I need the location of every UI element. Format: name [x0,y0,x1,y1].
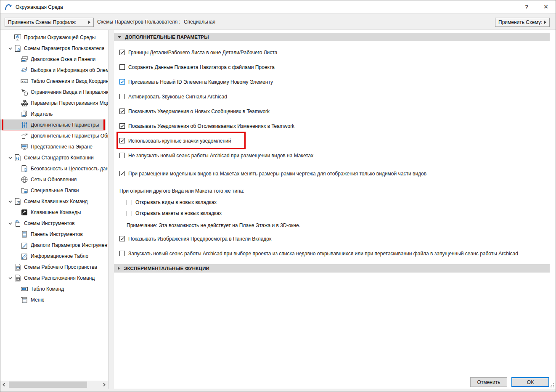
chevron-down-icon[interactable] [7,45,13,51]
section-header-experimental-functions[interactable]: ЭКСПЕРИМЕНТАЛЬНЫЕ ФУНКЦИИ [114,264,550,273]
sidebar-item-label: Параметры Перестраивания Моде. [31,100,108,106]
sidebar-item[interactable]: Схемы Клавишных Команд [0,196,108,207]
sidebar-item-label: Схемы Клавишных Команд [24,199,88,204]
apply-profile-schemes-button[interactable]: Применить Схемы Профиля: [5,18,94,27]
globe-icon [21,176,28,183]
checkbox-label[interactable]: Активировать Звуковые Сигналы Archicad [128,94,227,100]
sidebar-item[interactable]: Панель Инструментов [0,229,108,240]
sidebar-item[interactable]: Схемы Параметров Пользователя [0,43,108,54]
sidebar-item[interactable]: iИнформационное Табло [0,251,108,262]
sidebar-main-divider [109,30,114,389]
sidebar-item[interactable]: Сеть и Обновления [0,174,108,185]
checkbox-label[interactable]: Присваивать Новый ID Элемента Каждому Но… [128,79,273,85]
scroll-left-icon[interactable] [0,381,8,388]
ok-button[interactable]: ОК [511,377,549,387]
resize-grip[interactable] [549,382,554,387]
sidebar-horizontal-scrollbar[interactable] [0,381,108,389]
chevron-down-icon[interactable] [7,199,13,204]
sidebar-item-label: Схемы Параметров Пользователя [24,45,104,51]
checkbox-label[interactable]: Открывать виды в новых вкладках [135,199,217,205]
xyz-icon: XYZ [21,77,28,85]
section-header-additional-parameters[interactable]: ДОПОЛНИТЕЛЬНЫЕ ПАРАМЕТРЫ [114,33,550,41]
checkbox-label[interactable]: Запускать новый сеанс работы Archicad пр… [128,251,518,257]
sidebar-item[interactable]: Схемы Расположения Команд [0,273,108,283]
work-environment-dialog: Окружающая Среда ? × Применить Схемы Про… [0,0,556,392]
checkbox-row: Активировать Звуковые Сигналы Archicad [119,89,550,104]
sidebar-item-label: Специальные Папки [31,188,79,193]
checkbox[interactable] [119,153,125,158]
sidebar-item[interactable]: Дополнительные Параметры [0,119,106,130]
checkbox[interactable] [119,64,125,70]
checkbox-label[interactable]: Показывать Уведомления об Отслеживаемых … [128,123,294,129]
titlebar: Окружающая Среда ? × [0,0,556,14]
chevron-down-icon[interactable] [7,155,13,161]
main-panel: ДОПОЛНИТЕЛЬНЫЕ ПАРАМЕТРЫ Границы Детали/… [114,33,550,273]
sidebar-item[interactable]: Схемы Рабочего Пространства [0,262,108,273]
checkbox-label[interactable]: Границы Детали/Рабочего Листа в окне Дет… [128,50,277,56]
chevron-down-icon[interactable] [7,220,13,226]
menu-icon [21,296,28,304]
checkbox-label[interactable]: Показывать Изображения Предпросмотра в П… [128,236,271,242]
sidebar-item[interactable]: Профили Окружающей Среды [0,32,108,43]
sidebar-item-label: Схемы Стандартов Компании [24,155,94,161]
sidebar-item-label: Информационное Табло [31,253,88,259]
sidebar-item-label: Табло Слежения и Ввод Координат [31,78,108,84]
sidebar-item[interactable]: Безопасность и Целостность данны [0,163,108,174]
sidebar-item[interactable]: Клавишные Команды [0,207,108,218]
checkbox-label[interactable]: Использовать крупные значки уведомлений [128,138,231,144]
checkbox-label[interactable]: Сохранять Данные Планшета Навигатора с ф… [128,64,275,70]
checkbox[interactable] [119,123,125,129]
checkbox[interactable] [119,138,125,143]
cursor-mouse-icon [21,88,28,96]
checkbox-row: При размещении модельных видов на Макета… [119,166,550,181]
checkbox[interactable] [127,200,132,205]
scheme-user-icon [14,45,21,52]
checkbox[interactable] [119,236,125,241]
sidebar-item[interactable]: iВыборка и Информация об Элеме [0,65,108,76]
sidebar-item-label: Схемы Расположения Команд [24,275,95,281]
apply-scheme-button[interactable]: Применить Схему: [495,18,550,27]
sidebar-item-label: Профили Окружающей Среды [24,34,95,40]
checkbox-row: Границы Детали/Рабочего Листа в окне Дет… [119,45,550,60]
checkbox[interactable] [119,50,125,55]
sidebar-item[interactable]: Схемы Стандартов Компании [0,152,108,163]
sidebar-item[interactable]: Схемы Инструментов [0,218,108,229]
checkbox-label[interactable]: При размещении модельных видов на Макета… [128,171,426,177]
checkbox[interactable] [119,94,125,99]
checkbox[interactable] [127,211,132,216]
scrollbar-thumb[interactable] [9,381,87,388]
checkbox-label[interactable]: Показывать Уведомления о Новых Сообщения… [128,109,270,114]
sidebar-item[interactable]: Дополнительные Параметры Обно [0,130,108,141]
sidebar-item[interactable]: Представление на Экране [0,141,108,152]
sidebar-item-label: Выборка и Информация об Элеме [31,67,108,73]
sidebar-item[interactable]: Диалоговые Окна и Панели [0,54,108,65]
tool-dialog-icon [21,241,28,249]
chevron-down-icon[interactable] [7,275,13,281]
sidebar-item[interactable]: Табло Команд [0,283,108,294]
label-row: При открытии другого Вида или Макета тог… [119,185,550,197]
sidebar-item[interactable]: Издатель [0,109,108,119]
checkbox-label[interactable]: Открывать макеты в новых вкладках [135,210,222,216]
sidebar-item-label: Клавишные Команды [31,209,81,215]
sidebar-item[interactable]: Ограничения Ввода и Направляющ [0,87,108,98]
checkbox-label[interactable]: Не запускать новый сеанс работы Archicad… [128,153,313,159]
context-value: Специальная [184,19,215,25]
bricks-icon [21,99,28,107]
sidebar-item[interactable]: Параметры Перестраивания Моде. [0,98,108,109]
expand-arrow-icon [118,267,120,270]
checkbox[interactable] [119,171,125,176]
checkbox[interactable] [119,79,125,85]
help-button[interactable]: ? [517,0,536,13]
checkbox-row: Не запускать новый сеанс работы Archicad… [119,148,550,163]
checkbox[interactable] [119,251,125,256]
svg-text:i: i [26,66,27,70]
sidebar-item[interactable]: XYZТабло Слежения и Ввод Координат [0,76,108,87]
close-button[interactable]: × [536,0,556,13]
sidebar-item[interactable]: Меню [0,294,108,305]
sidebar-item[interactable]: Специальные Папки [0,185,108,196]
cancel-button[interactable]: Отменить [470,377,507,387]
sidebar-item[interactable]: Диалоги Параметров Инструменто [0,240,108,251]
checkbox[interactable] [119,109,125,114]
tablo-icon [21,285,28,293]
scroll-right-icon[interactable] [101,381,108,388]
